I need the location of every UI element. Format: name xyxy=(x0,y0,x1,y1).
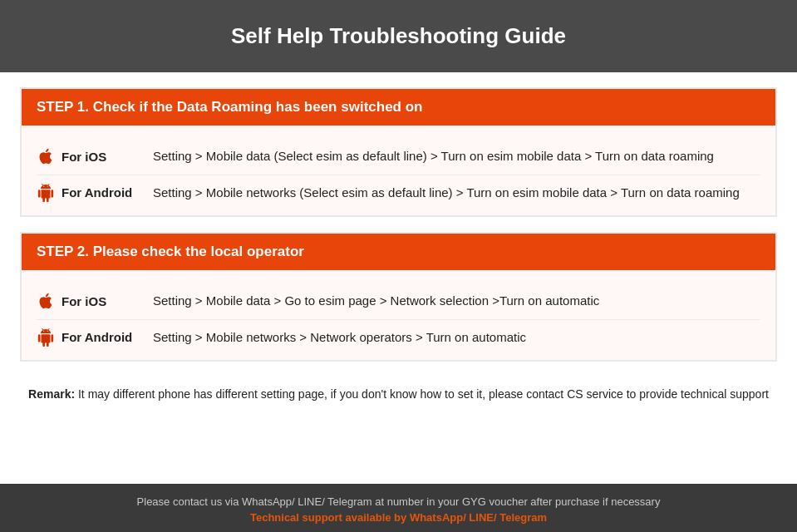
ios-label: For iOS xyxy=(61,150,106,164)
step-header-1: STEP 1. Check if the Data Roaming has be… xyxy=(22,89,775,126)
ios-label: For iOS xyxy=(61,294,106,308)
platform-desc-2-1: Setting > Mobile data > Go to esim page … xyxy=(153,292,599,311)
footer-support-text: Technical support available by WhatsApp/… xyxy=(17,511,780,524)
platform-row-2-2: For AndroidSetting > Mobile networks > N… xyxy=(37,320,760,347)
android-label: For Android xyxy=(61,330,132,344)
platform-row-1-2: For AndroidSetting > Mobile networks (Se… xyxy=(37,175,760,203)
platform-desc-1-1: Setting > Mobile data (Select esim as de… xyxy=(153,147,714,166)
step-header-text-2: STEP 2. Please check the local operator xyxy=(37,244,304,259)
steps-container: STEP 1. Check if the Data Roaming has be… xyxy=(20,87,777,362)
page-header: Self Help Troubleshooting Guide xyxy=(0,0,797,72)
platform-label-android: For Android xyxy=(37,184,153,202)
footer: Please contact us via WhatsApp/ LINE/ Te… xyxy=(0,484,797,532)
android-label: For Android xyxy=(61,185,132,200)
step-block-1: STEP 1. Check if the Data Roaming has be… xyxy=(20,87,777,217)
platform-desc-2-2: Setting > Mobile networks > Network oper… xyxy=(153,328,526,347)
platform-row-1-1: For iOSSetting > Mobile data (Select esi… xyxy=(37,139,760,175)
platform-row-2-1: For iOSSetting > Mobile data > Go to esi… xyxy=(37,283,760,320)
footer-main-text: Please contact us via WhatsApp/ LINE/ Te… xyxy=(17,495,780,508)
platform-label-android: For Android xyxy=(37,328,153,347)
platform-label-ios: For iOS xyxy=(37,147,153,165)
remark-label: Remark: xyxy=(28,387,75,401)
step-body-2: For iOSSetting > Mobile data > Go to esi… xyxy=(22,270,775,360)
main-content: STEP 1. Check if the Data Roaming has be… xyxy=(0,72,797,484)
page-title: Self Help Troubleshooting Guide xyxy=(231,23,566,48)
remark-section: Remark: It may different phone has diffe… xyxy=(20,377,777,415)
step-block-2: STEP 2. Please check the local operator … xyxy=(20,232,777,362)
remark-text: It may different phone has different set… xyxy=(75,387,769,401)
step-header-text-1: STEP 1. Check if the Data Roaming has be… xyxy=(37,99,422,115)
step-header-2: STEP 2. Please check the local operator xyxy=(22,234,775,270)
platform-desc-1-2: Setting > Mobile networks (Select esim a… xyxy=(153,184,740,203)
step-body-1: For iOSSetting > Mobile data (Select esi… xyxy=(22,126,775,215)
platform-label-ios: For iOS xyxy=(37,292,153,310)
